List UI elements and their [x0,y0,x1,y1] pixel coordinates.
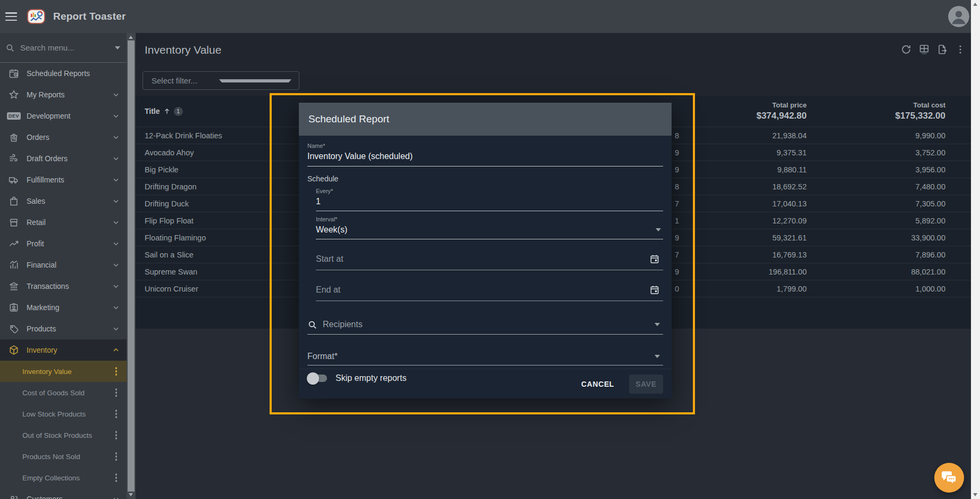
app-title: Report Toaster [53,11,126,22]
sidebar-item-fulfillments[interactable]: Fulfillments [0,169,127,190]
every-field-label: Every* [316,188,663,194]
cell-total-cost: 5,892.00 [807,217,945,225]
cell-total-price: 12,270.09 [679,217,807,225]
storefront-icon [7,216,20,229]
cube-icon [7,344,20,356]
refresh-icon[interactable] [900,43,912,56]
report-toaster-logo [27,8,46,25]
scroll-down-icon[interactable] [973,493,977,496]
sidebar-item-label: Inventory [27,346,112,354]
kebab-icon[interactable] [112,450,121,463]
save-button[interactable]: SAVE [629,375,663,394]
chat-bubbles-icon [940,469,958,486]
sidebar-item-orders[interactable]: Orders [0,127,127,148]
start-at-input[interactable]: Start at [316,248,663,270]
dropdown-caret-icon [219,79,292,82]
sidebar-item-profit[interactable]: Profit [0,233,127,254]
shopping-bag-icon [7,195,20,207]
filter-select[interactable]: Select filter... [143,71,299,90]
sidebar: Search menu... Scheduled Reports My Repo… [0,33,127,499]
sidebar-item-label: Retail [27,218,112,227]
chevron-up-icon [112,346,120,354]
scheduled-report-dialog: Scheduled Report Name* Inventory Value (… [299,103,672,398]
sidebar-item-transactions[interactable]: Transactions [0,276,127,297]
end-at-input[interactable]: End at [316,279,663,301]
sidebar-item-draft-orders[interactable]: Draft Orders [0,148,127,169]
search-icon [307,320,317,330]
kebab-icon[interactable] [112,365,121,378]
sidebar-item-label: Financial [27,261,112,269]
cell-total-cost: 7,305.00 [807,199,945,208]
dropdown-caret-icon [655,323,660,326]
end-at-placeholder: End at [316,285,340,295]
sidebar-item-empty-collections[interactable]: Empty Collections [0,467,127,488]
name-field-label: Name* [307,143,663,149]
chevron-down-icon [112,197,120,205]
calendar-icon[interactable] [649,254,660,264]
trending-up-icon [7,237,20,250]
column-header-title[interactable]: Title [145,107,160,115]
more-options-icon[interactable] [954,43,967,56]
sidebar-item-products[interactable]: Products [0,318,127,339]
export-icon[interactable] [936,43,949,56]
chart-bars-icon [7,259,20,271]
format-select[interactable]: Format* [307,347,663,365]
topbar: Report Toaster [0,0,980,33]
sidebar-item-low-stock-products[interactable]: Low Stock Products [0,403,127,425]
search-placeholder: Search menu... [20,43,115,52]
account-avatar[interactable] [948,6,969,27]
people-icon [7,493,20,499]
kebab-icon[interactable] [112,429,121,442]
kebab-icon[interactable] [112,386,121,399]
chevron-down-icon [112,282,120,290]
sidebar-item-scheduled-reports[interactable]: Scheduled Reports [0,63,127,84]
chevron-down-icon [112,239,120,248]
sidebar-item-out-of-stock-products[interactable]: Out of Stock Products [0,425,127,446]
sidebar-item-marketing[interactable]: Marketing [0,297,127,318]
menu-icon[interactable] [5,12,17,21]
column-header-total-cost[interactable]: Total cost [914,101,945,109]
sidebar-scrollbar[interactable] [127,33,136,499]
sidebar-item-retail[interactable]: Retail [0,212,127,233]
dropdown-caret-icon [115,46,120,49]
sidebar-item-cost-of-goods-sold[interactable]: Cost of Goods Sold [0,382,127,403]
format-placeholder: Format* [307,352,655,361]
table-view-icon[interactable] [918,43,931,56]
calendar-icon[interactable] [649,285,660,295]
sidebar-item-products-not-sold[interactable]: Products Not Sold [0,446,127,467]
wind-icon [7,152,20,165]
interval-select[interactable]: Week(s) [316,222,663,239]
sidebar-item-financial[interactable]: Financial [0,254,127,276]
sidebar-search[interactable]: Search menu... [0,33,127,63]
scroll-up-icon[interactable] [973,3,977,6]
name-input[interactable]: Inventory Value (scheduled) [307,149,663,167]
dialog-header: Scheduled Report [299,103,672,136]
sidebar-item-inventory-value[interactable]: Inventory Value [0,361,127,382]
sidebar-item-inventory[interactable]: Inventory [0,339,127,361]
cell-total-price: 18,692.52 [679,182,807,191]
column-header-total-price[interactable]: Total price [772,101,807,109]
every-input[interactable]: 1 [316,194,663,211]
main-scrollbar[interactable] [971,0,980,499]
chevron-down-icon [112,325,120,333]
chat-widget-button[interactable] [934,463,964,493]
scrollbar-thumb[interactable] [128,40,135,492]
scroll-down-icon[interactable] [129,493,133,496]
cancel-button[interactable]: CANCEL [581,380,614,388]
sidebar-item-sales[interactable]: Sales [0,190,127,212]
sidebar-item-customers[interactable]: Customers [0,488,127,499]
chevron-down-icon [112,90,120,99]
kebab-icon[interactable] [112,407,121,420]
kebab-icon[interactable] [112,471,121,484]
cell-total-price: 1,799.00 [679,285,807,293]
sidebar-item-label: Transactions [27,282,112,290]
sidebar-item-development[interactable]: DEV Development [0,105,127,127]
scroll-up-icon[interactable] [129,36,133,39]
start-at-placeholder: Start at [316,254,344,264]
chevron-down-icon [112,218,120,227]
cell-total-price: 17,040.13 [679,199,807,208]
cell-total-price: 196,811.00 [679,268,807,276]
recipients-select[interactable]: Recipients [307,315,663,335]
sidebar-item-my-reports[interactable]: My Reports [0,84,127,105]
chevron-down-icon [112,261,120,269]
